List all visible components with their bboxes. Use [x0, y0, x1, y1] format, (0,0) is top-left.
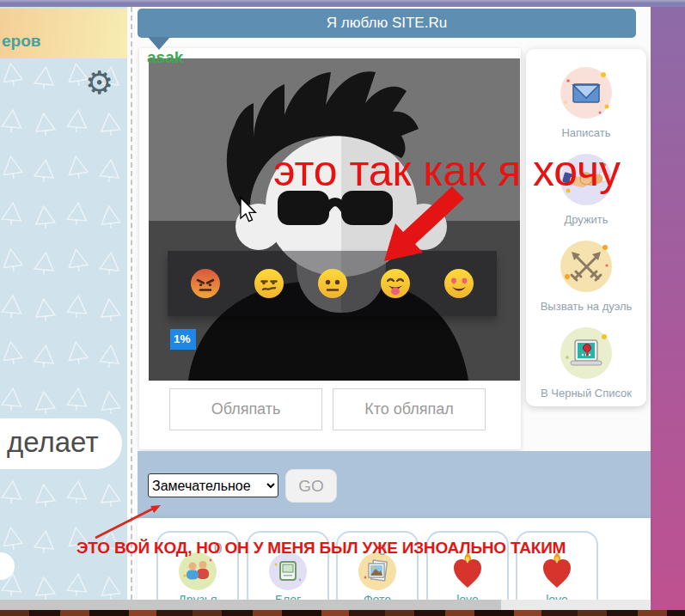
blog-icon: [268, 552, 308, 591]
oblyapat-button[interactable]: Обляпать: [169, 388, 322, 430]
panel-gap: [127, 7, 138, 601]
gear-icon[interactable]: ⚙: [85, 67, 113, 99]
bottom-gray-strip: [0, 600, 651, 610]
handshake-icon: [560, 153, 613, 206]
sidebar-label-befriend: Дружить: [564, 213, 608, 226]
sidebar-label-duel: Вызвать на дуэль: [541, 300, 633, 313]
username: asak: [147, 48, 183, 67]
sunglasses-right-lens: [341, 191, 393, 225]
speech-bubble-text: делает: [7, 426, 99, 459]
tongue-out-emoji[interactable]: [380, 268, 411, 299]
photo-counter: 0: [378, 542, 386, 559]
envelope-icon: [560, 66, 613, 119]
heart-fire-icon: [448, 552, 487, 591]
photo-icon: [358, 552, 397, 591]
reaction-emoji-bar: [168, 251, 497, 316]
sidebar-item-write[interactable]: Написать: [560, 66, 613, 139]
neutral-emoji[interactable]: [317, 268, 348, 299]
avatar-character: [149, 58, 520, 381]
angry-emoji[interactable]: [190, 268, 221, 299]
sidebar-item-befriend[interactable]: Дружить: [560, 153, 613, 226]
friends-counter: 0: [214, 540, 222, 558]
banner-title: Я люблю SITE.Ru: [327, 15, 447, 32]
sidebar-label-blacklist: В Черный Список: [541, 387, 632, 399]
left-sidebar-panel: еров ⚙ делает: [0, 7, 127, 601]
heart-eyes-emoji[interactable]: [443, 268, 474, 299]
heart-fire-icon: [537, 552, 577, 591]
right-gradient-background: [651, 7, 685, 616]
page: еров ⚙ делает Я люблю SITE.Ru asak: [0, 0, 685, 616]
dashed-divider: [131, 7, 132, 600]
mood-bar: Замечательное GO: [138, 451, 651, 518]
avatar-image: 1%: [149, 58, 520, 381]
laptop-lock-icon: [560, 326, 613, 380]
sidebar-item-duel[interactable]: Вызвать на дуэль: [541, 240, 633, 313]
left-panel-header: еров: [0, 9, 127, 58]
friends-icon: [178, 552, 217, 591]
unamused-emoji[interactable]: [254, 268, 284, 299]
top-bar: [0, 0, 685, 7]
sidebar-item-blacklist[interactable]: В Черный Список: [541, 326, 632, 399]
percent-badge: 1%: [170, 329, 196, 350]
sunglasses-left-lens: [278, 191, 329, 225]
kto-oblyapal-button[interactable]: Кто обляпал: [333, 388, 486, 430]
go-button[interactable]: GO: [285, 469, 337, 503]
banner: Я люблю SITE.Ru: [138, 9, 636, 38]
background-window-strip: [0, 610, 685, 616]
actions-sidebar: Написать Дружить: [526, 49, 646, 406]
tree-pattern: [0, 58, 127, 601]
crossed-arrows-icon: [560, 240, 613, 293]
sidebar-label-write: Написать: [561, 126, 610, 139]
mood-select[interactable]: Замечательное: [148, 473, 278, 497]
speech-bubble: делает: [0, 418, 122, 469]
left-header-text: еров: [2, 32, 40, 51]
